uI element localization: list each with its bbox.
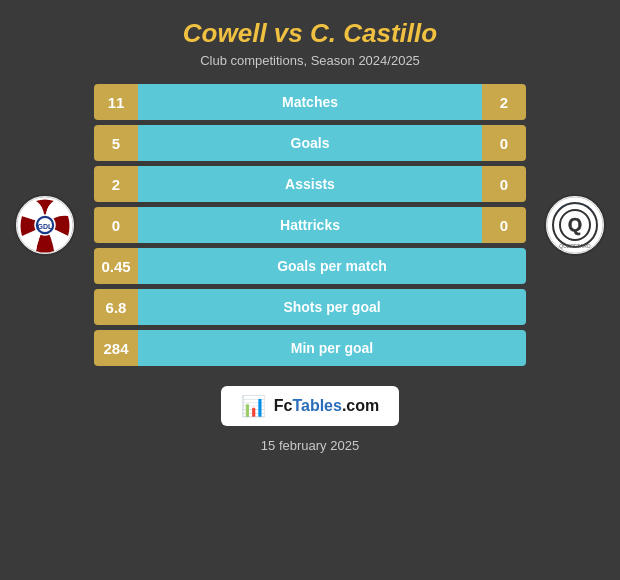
- fctables-text: FcTables.com: [274, 397, 380, 415]
- chivas-logo-circle: GDL: [14, 194, 76, 256]
- stat-label: Shots per goal: [138, 289, 526, 325]
- fctables-banner: 📊 FcTables.com: [221, 386, 400, 426]
- stat-left-value: 0.45: [94, 248, 138, 284]
- match-subtitle: Club competitions, Season 2024/2025: [10, 53, 610, 68]
- match-title: Cowell vs C. Castillo: [10, 18, 610, 49]
- stat-label: Min per goal: [138, 330, 526, 366]
- queretaro-svg: Q QUERETARO: [546, 196, 604, 254]
- queretaro-logo-circle: Q QUERETARO: [544, 194, 606, 256]
- stat-left-value: 0: [94, 207, 138, 243]
- stat-row-min-per-goal: 284Min per goal: [94, 330, 526, 366]
- stat-label: Matches: [138, 84, 482, 120]
- stats-section: 11Matches25Goals02Assists00Hattricks00.4…: [90, 84, 530, 366]
- svg-text:QUERETARO: QUERETARO: [559, 243, 590, 249]
- stat-right-value: 0: [482, 125, 526, 161]
- stat-left-value: 284: [94, 330, 138, 366]
- stat-row-hattricks: 0Hattricks0: [94, 207, 526, 243]
- stat-row-assists: 2Assists0: [94, 166, 526, 202]
- stat-right-value: 0: [482, 166, 526, 202]
- right-team-logo: Q QUERETARO: [530, 194, 620, 256]
- chivas-svg: GDL: [16, 196, 74, 254]
- stat-left-value: 6.8: [94, 289, 138, 325]
- stat-label: Hattricks: [138, 207, 482, 243]
- left-team-logo: GDL: [0, 194, 90, 256]
- stat-row-goals-per-match: 0.45Goals per match: [94, 248, 526, 284]
- stat-row-shots-per-goal: 6.8Shots per goal: [94, 289, 526, 325]
- stat-left-value: 2: [94, 166, 138, 202]
- stat-right-value: 0: [482, 207, 526, 243]
- stat-right-value: 2: [482, 84, 526, 120]
- svg-text:GDL: GDL: [38, 223, 54, 230]
- header: Cowell vs C. Castillo Club competitions,…: [0, 0, 620, 76]
- stat-row-goals: 5Goals0: [94, 125, 526, 161]
- main-content: GDL 11Matches25Goals02Assists00Hattricks…: [0, 76, 620, 374]
- svg-text:Q: Q: [568, 215, 582, 235]
- stat-label: Assists: [138, 166, 482, 202]
- stat-row-matches: 11Matches2: [94, 84, 526, 120]
- stat-left-value: 5: [94, 125, 138, 161]
- stat-left-value: 11: [94, 84, 138, 120]
- footer-date: 15 february 2025: [261, 438, 359, 453]
- stat-label: Goals per match: [138, 248, 526, 284]
- stat-label: Goals: [138, 125, 482, 161]
- fctables-icon: 📊: [241, 394, 266, 418]
